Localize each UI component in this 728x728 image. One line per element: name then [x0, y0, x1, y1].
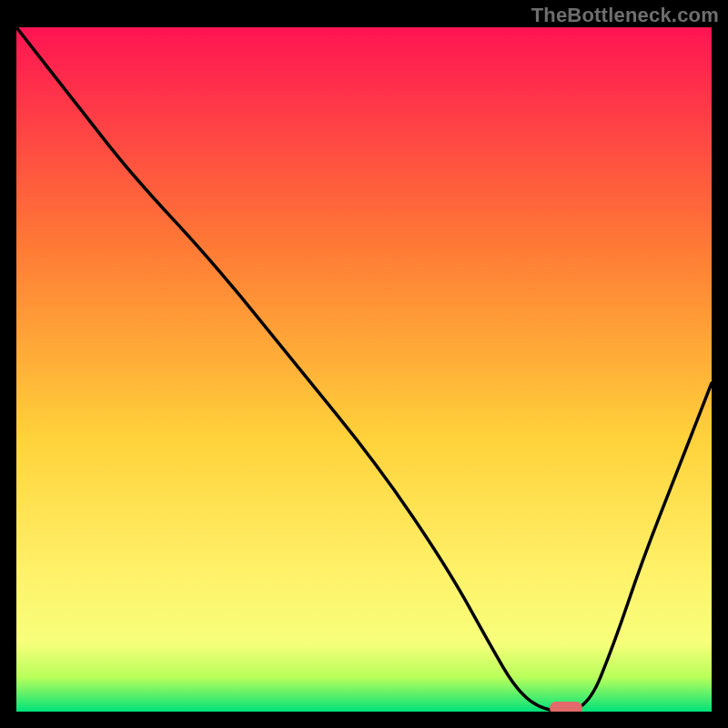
- chart-root: TheBottleneck.com: [0, 0, 728, 728]
- chart-svg: [16, 27, 712, 712]
- chart-background-gradient: [16, 27, 712, 712]
- best-match-marker: [550, 702, 582, 712]
- watermark-text: TheBottleneck.com: [531, 4, 719, 27]
- plot-area: [16, 27, 712, 712]
